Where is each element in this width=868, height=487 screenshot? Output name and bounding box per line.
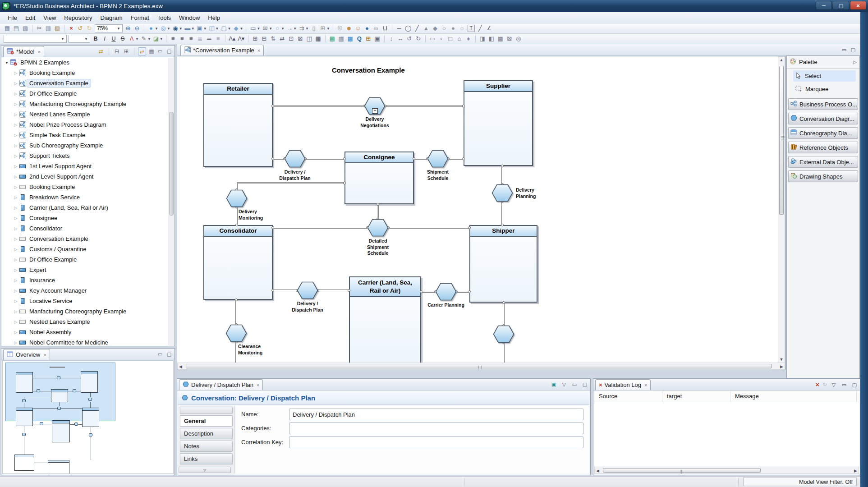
minimize-panel-icon[interactable]: ▭ bbox=[840, 381, 848, 388]
ellipse-tool-icon[interactable]: ● bbox=[147, 24, 156, 32]
refresh-icon[interactable]: ↻ bbox=[822, 381, 827, 388]
frame-icon[interactable]: ▭ bbox=[428, 35, 437, 43]
palette-tool-marquee[interactable]: Marquee bbox=[793, 83, 856, 95]
chevron-down-icon[interactable]: ▼ bbox=[191, 27, 195, 31]
link-with-editor-icon[interactable]: ⇄ bbox=[138, 47, 146, 55]
tree-item-dr-office-example[interactable]: ▷Dr Office Example bbox=[1, 254, 175, 265]
tree-scrollbar-thumb[interactable] bbox=[169, 112, 174, 216]
tree-item-nobel-assembly[interactable]: ▷Nobel Assembly bbox=[1, 327, 175, 337]
split-icon[interactable]: ◫ bbox=[305, 35, 314, 43]
align-left-icon[interactable]: ≡ bbox=[169, 35, 178, 43]
underline-icon[interactable]: U bbox=[109, 35, 118, 43]
size-combo[interactable]: ▼ bbox=[69, 35, 90, 43]
underline-tool-icon[interactable]: U bbox=[381, 24, 390, 32]
menu-help[interactable]: Help bbox=[204, 13, 224, 23]
correlation-key-field[interactable] bbox=[289, 436, 583, 448]
chevron-down-icon[interactable]: ▼ bbox=[155, 27, 158, 31]
matrix-icon[interactable]: ▩ bbox=[346, 35, 355, 43]
scroll-left-icon[interactable]: ◀ bbox=[179, 364, 182, 369]
editor-hscrollbar[interactable]: ◀ ▶ bbox=[177, 363, 785, 370]
pool-shipper[interactable]: Shipper bbox=[469, 225, 537, 303]
side-tab-general[interactable]: General bbox=[180, 415, 233, 427]
close-button[interactable]: × bbox=[850, 1, 866, 10]
justify-icon[interactable]: ≣ bbox=[196, 35, 205, 43]
editor-vscrollbar-thumb[interactable] bbox=[779, 66, 784, 215]
close-icon[interactable]: × bbox=[644, 382, 647, 388]
delete-icon[interactable]: × bbox=[67, 24, 76, 32]
font-larger-icon[interactable]: A▴ bbox=[228, 35, 237, 43]
collapse-palette-icon[interactable]: ▷ bbox=[853, 60, 857, 64]
expand-icon[interactable]: ▷ bbox=[13, 309, 18, 314]
expand-icon[interactable]: ▷ bbox=[13, 340, 18, 345]
textbox-shape-icon[interactable]: T bbox=[468, 25, 475, 32]
menu-diagram[interactable]: Diagram bbox=[96, 13, 126, 23]
chevron-down-icon[interactable]: ▼ bbox=[257, 27, 260, 31]
expand-icon[interactable]: ▷ bbox=[13, 299, 18, 303]
menu-tools[interactable]: Tools bbox=[153, 13, 175, 23]
task-tool-icon[interactable]: ▣ bbox=[195, 24, 204, 32]
menu-file[interactable]: File bbox=[4, 13, 21, 23]
expand-icon[interactable]: ▷ bbox=[13, 102, 18, 106]
expand-icon[interactable]: ▷ bbox=[13, 112, 18, 117]
expand-icon[interactable]: ▷ bbox=[13, 81, 18, 86]
expand-icon[interactable]: ▷ bbox=[13, 133, 18, 138]
table2-icon[interactable]: ▥ bbox=[337, 35, 346, 43]
paste-icon[interactable]: ▨ bbox=[53, 24, 62, 32]
layout-grid-icon[interactable]: ⊞ bbox=[251, 35, 260, 43]
maximize-editor-icon[interactable]: ▢ bbox=[850, 46, 857, 53]
sync-editor-icon[interactable]: ⇄ bbox=[97, 47, 105, 55]
tree-item-2nd-level-support-agent[interactable]: ▷2nd Level Support Agent bbox=[1, 171, 175, 182]
diagonal-shape-icon[interactable]: ╱ bbox=[413, 24, 422, 32]
expand-icon[interactable]: ▷ bbox=[13, 206, 18, 210]
home-icon[interactable]: ⌂ bbox=[455, 35, 464, 43]
resize-v-icon[interactable]: ↕ bbox=[387, 35, 396, 43]
expand-icon[interactable]: ▷ bbox=[13, 216, 18, 221]
chevron-down-icon[interactable]: ▼ bbox=[160, 37, 163, 41]
report-icon[interactable]: ⊞ bbox=[364, 35, 373, 43]
rotate-r-icon[interactable]: ↻ bbox=[414, 35, 423, 43]
tree-item-nested-lanes-example[interactable]: ▷Nested Lanes Example bbox=[1, 109, 175, 119]
line-shape-icon[interactable]: ─ bbox=[395, 24, 404, 32]
gateway-tool-icon[interactable]: ◆ bbox=[231, 24, 240, 32]
flow-tool-icon[interactable]: → bbox=[285, 24, 294, 32]
tab-overview[interactable]: Overview × bbox=[3, 349, 50, 360]
bold-icon[interactable]: B bbox=[91, 35, 100, 43]
oval-shape-icon[interactable]: ◯ bbox=[404, 24, 413, 32]
scroll-down-icon[interactable]: ▼ bbox=[778, 357, 785, 362]
hatch-icon[interactable]: ▩ bbox=[496, 35, 505, 43]
collapse-icon[interactable]: ▾ bbox=[4, 60, 9, 65]
conversation-node-clearance[interactable] bbox=[225, 324, 247, 342]
ring-shape-icon[interactable]: ◌ bbox=[458, 24, 467, 32]
search-icon[interactable]: Q bbox=[355, 35, 364, 43]
scroll-up-icon[interactable]: ▲ bbox=[778, 58, 785, 62]
tree-item-nested-lanes-example[interactable]: ▷Nested Lanes Example bbox=[1, 317, 175, 327]
tree-item-conversation-example[interactable]: ▷Conversation Example bbox=[1, 78, 175, 88]
conversation-node-detailed[interactable] bbox=[367, 219, 389, 237]
palette-drawer-choreography-dia-[interactable]: Choreography Dia... bbox=[788, 127, 858, 139]
chevron-down-icon[interactable]: ▼ bbox=[281, 27, 285, 31]
ring2-icon[interactable]: ◎ bbox=[514, 35, 523, 43]
fill-color-icon[interactable]: ◪ bbox=[152, 35, 161, 43]
expand-icon[interactable]: ▷ bbox=[13, 289, 18, 293]
font-color-icon[interactable]: A bbox=[127, 35, 136, 43]
lane-tool-icon[interactable]: ▭ bbox=[248, 24, 257, 32]
palette-drawer-reference-objects[interactable]: Reference Objects bbox=[788, 142, 858, 153]
chevron-down-icon[interactable]: ▼ bbox=[135, 37, 139, 41]
ring-tool-icon[interactable]: ◎ bbox=[159, 24, 168, 32]
layout-collapse-icon[interactable]: ⊟ bbox=[260, 35, 269, 43]
tree-item-booking-example[interactable]: ▷Booking Example bbox=[1, 68, 175, 78]
tree-item-conversation-example[interactable]: ▷Conversation Example bbox=[1, 234, 175, 244]
tree-table-icon[interactable]: ▦ bbox=[147, 47, 156, 55]
pool-carrier-land-sea-[interactable]: Carrier (Land, Sea, Rail or Air) bbox=[349, 276, 421, 363]
expand-icon[interactable]: ▷ bbox=[13, 195, 18, 200]
close-icon[interactable]: × bbox=[257, 48, 260, 53]
doc-icon[interactable]: ▣ bbox=[373, 35, 382, 43]
style-combo[interactable]: ▼ bbox=[4, 35, 67, 43]
expand-icon[interactable]: ▷ bbox=[13, 175, 18, 179]
maximize-panel-icon[interactable]: ▢ bbox=[165, 350, 173, 358]
assoc-tool-icon[interactable]: ⇉ bbox=[297, 24, 306, 32]
tab-conversation-example[interactable]: *Conversation Example × bbox=[180, 45, 264, 55]
maximize-panel-icon[interactable]: ▢ bbox=[165, 47, 173, 55]
table-icon[interactable]: ▤ bbox=[328, 35, 337, 43]
chevron-down-icon[interactable]: ▼ bbox=[147, 37, 151, 41]
